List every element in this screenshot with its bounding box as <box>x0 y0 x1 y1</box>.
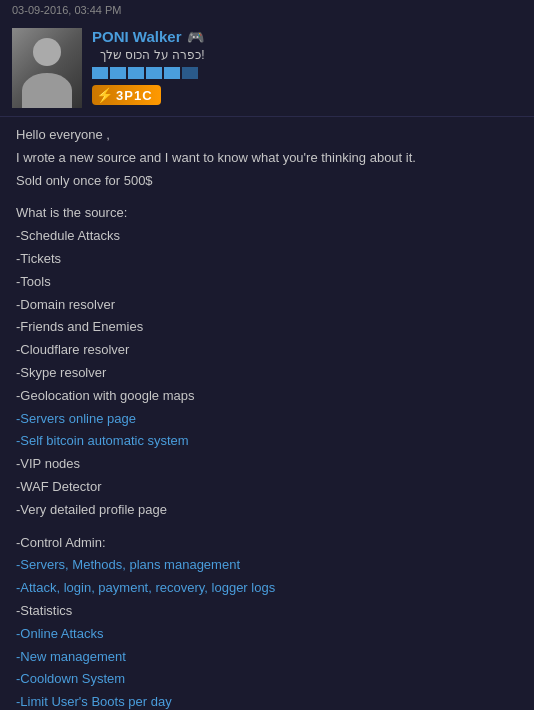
badge-lightning-icon: ⚡ <box>96 87 113 103</box>
user-subtitle: !כפרה על הכוס שלך <box>92 48 204 62</box>
reputation-bars <box>92 67 204 79</box>
section1-item-9: -Self bitcoin automatic system <box>16 431 518 452</box>
section1-title: What is the source: <box>16 203 518 224</box>
rep-bar-1 <box>92 67 108 79</box>
post-header: PONI Walker 🎮 !כפרה על הכוס שלך ⚡ 3P1C <box>0 20 534 117</box>
user-info: PONI Walker 🎮 !כפרה על הכוס שלך ⚡ 3P1C <box>92 28 204 105</box>
section1-item-5: -Cloudflare resolver <box>16 340 518 361</box>
section1-item-1: -Tickets <box>16 249 518 270</box>
section1-item-7: -Geolocation with google maps <box>16 386 518 407</box>
username-row: PONI Walker 🎮 <box>92 28 204 45</box>
post-timestamp: 03-09-2016, 03:44 PM <box>0 0 534 20</box>
rep-bar-2 <box>110 67 126 79</box>
section1-item-6: -Skype resolver <box>16 363 518 384</box>
user-status-icon: 🎮 <box>187 29 204 45</box>
section2-title: -Control Admin: <box>16 533 518 554</box>
rep-bar-6 <box>182 67 198 79</box>
avatar <box>12 28 82 108</box>
section1-item-2: -Tools <box>16 272 518 293</box>
intro-line-2: I wrote a new source and I want to know … <box>16 148 518 169</box>
section1-item-3: -Domain resolver <box>16 295 518 316</box>
section1-item-4: -Friends and Enemies <box>16 317 518 338</box>
section1-item-11: -WAF Detector <box>16 477 518 498</box>
section2-item-6: -Limit User's Boots per day <box>16 692 518 710</box>
section1-item-8: -Servers online page <box>16 409 518 430</box>
username[interactable]: PONI Walker <box>92 28 181 45</box>
rep-bar-3 <box>128 67 144 79</box>
section2-item-2: -Statistics <box>16 601 518 622</box>
section2-item-0: -Servers, Methods, plans management <box>16 555 518 576</box>
section2-item-5: -Cooldown System <box>16 669 518 690</box>
section2-item-4: -New management <box>16 647 518 668</box>
section1-item-10: -VIP nodes <box>16 454 518 475</box>
intro-line-3: Sold only once for 500$ <box>16 171 518 192</box>
rep-bar-4 <box>146 67 162 79</box>
section2-item-1: -Attack, login, payment, recovery, logge… <box>16 578 518 599</box>
section1-item-12: -Very detailed profile page <box>16 500 518 521</box>
badge-label: 3P1C <box>116 88 153 103</box>
section2-item-3: -Online Attacks <box>16 624 518 645</box>
rep-bar-5 <box>164 67 180 79</box>
section1-item-0: -Schedule Attacks <box>16 226 518 247</box>
user-badge: ⚡ 3P1C <box>92 85 161 105</box>
post-body: Hello everyone , I wrote a new source an… <box>0 117 534 710</box>
intro-line-1: Hello everyone , <box>16 125 518 146</box>
post-container: 03-09-2016, 03:44 PM PONI Walker 🎮 !כפרה… <box>0 0 534 710</box>
